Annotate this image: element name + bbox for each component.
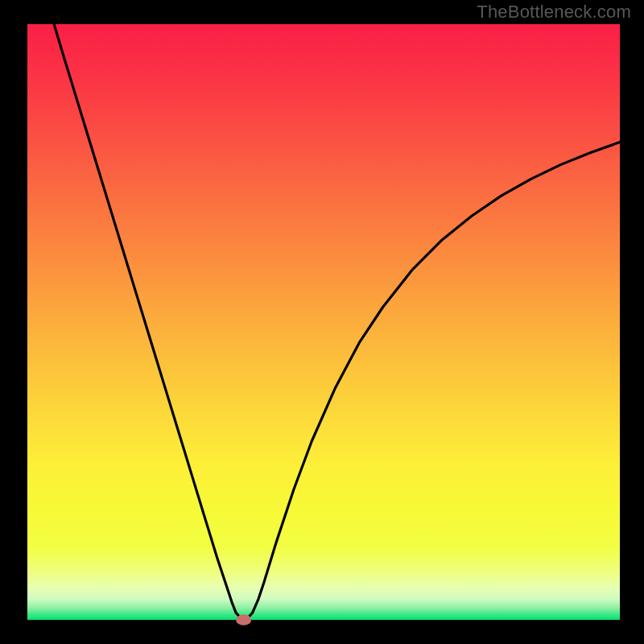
bottleneck-chart bbox=[0, 0, 644, 644]
chart-container: TheBottleneck.com bbox=[0, 0, 644, 644]
optimal-point-marker bbox=[236, 614, 251, 625]
plot-background bbox=[27, 24, 620, 620]
watermark-text: TheBottleneck.com bbox=[477, 2, 631, 23]
